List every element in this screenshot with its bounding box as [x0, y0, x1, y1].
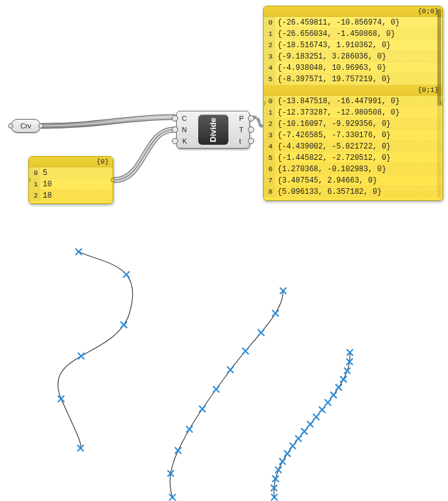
svg-line-65 [276, 467, 281, 473]
svg-line-3 [123, 272, 129, 278]
svg-line-60 [284, 451, 290, 456]
divide-component[interactable]: C N K Divide P T t [176, 111, 250, 149]
svg-line-40 [340, 376, 346, 382]
division-point [187, 427, 193, 432]
svg-line-39 [344, 368, 350, 374]
divide-inputs: C N K [177, 111, 189, 148]
crv-param-output-grip[interactable] [38, 123, 43, 128]
svg-line-62 [279, 459, 285, 464]
row-index: 3 [264, 130, 275, 140]
svg-line-18 [243, 348, 249, 354]
panel-points-row: 1{-12.373287, -12.980508, 0} [264, 107, 442, 118]
svg-line-59 [290, 443, 296, 449]
svg-line-29 [176, 448, 181, 453]
panel-points-path: {0;1} [264, 85, 442, 96]
svg-line-26 [187, 427, 193, 432]
panel-n-values[interactable]: {0} 05110218 [28, 156, 113, 204]
row-value: {5.096133, 6.357182, 0} [275, 186, 442, 197]
svg-line-52 [308, 421, 313, 427]
row-index: 2 [29, 190, 40, 201]
svg-line-8 [59, 396, 64, 402]
svg-line-16 [258, 330, 264, 335]
row-value: 10 [40, 179, 113, 189]
svg-line-68 [271, 485, 277, 491]
row-value: {-1.445822, -2.720512, 0} [275, 152, 442, 163]
panel-points-output[interactable]: {0;0}0{-26.459811, -10.856974, 0}1{-26.6… [263, 6, 443, 201]
panel-points-row: 6{1.270368, -0.102983, 0} [264, 164, 442, 175]
svg-line-14 [272, 310, 278, 316]
division-point [347, 350, 353, 356]
svg-line-12 [281, 288, 286, 294]
svg-line-7 [78, 353, 84, 359]
svg-line-69 [271, 485, 277, 491]
svg-line-37 [347, 359, 352, 364]
crv-param[interactable]: Crv [11, 119, 41, 133]
divide-input-n[interactable]: N [179, 125, 187, 135]
row-index: 5 [264, 74, 275, 84]
panel-points-row: 2{-10.16097, -9.929356, 0} [264, 118, 442, 130]
svg-line-31 [168, 471, 174, 476]
panel-n-row: 05 [29, 167, 113, 179]
division-point [325, 400, 331, 405]
svg-line-0 [76, 249, 82, 255]
svg-line-66 [272, 476, 278, 481]
svg-line-53 [308, 421, 313, 427]
panel-points-row: 1{-26.656034, -1.450868, 0} [264, 28, 442, 40]
row-value: {-26.656034, -1.450868, 0} [275, 28, 442, 39]
row-index: 8 [264, 186, 275, 197]
row-value: {-12.373287, -12.980508, 0} [275, 107, 442, 118]
row-value: {-4.938048, 10.96963, 0} [275, 62, 442, 73]
svg-line-25 [199, 406, 205, 412]
panel-points-row: 0{-13.847518, -16.447991, 0} [264, 96, 442, 107]
svg-line-35 [347, 350, 353, 356]
row-value: {1.270368, -0.102983, 0} [275, 164, 442, 174]
panel-points-row: 4{-4.938048, 10.96963, 0} [264, 62, 442, 74]
panel-n-path: {0} [29, 157, 113, 167]
division-points [59, 249, 353, 500]
panel-points-row: 8{5.096133, 6.357182, 0} [264, 186, 442, 198]
division-point [199, 406, 205, 412]
svg-line-23 [213, 386, 219, 392]
division-point [340, 376, 346, 382]
svg-line-58 [290, 443, 296, 449]
svg-line-44 [331, 392, 337, 398]
panel-n-output-grip[interactable] [111, 177, 113, 183]
divide-input-c[interactable]: C [179, 113, 187, 123]
svg-line-48 [319, 407, 325, 413]
divide-output-t-lower[interactable]: t [239, 136, 247, 146]
division-point [176, 448, 181, 453]
division-point [347, 359, 352, 364]
panel-points-row: 0{-26.459811, -10.856974, 0} [264, 17, 442, 28]
row-index: 0 [264, 96, 275, 106]
svg-line-46 [325, 400, 331, 405]
svg-line-45 [331, 392, 337, 398]
division-point [170, 495, 176, 500]
svg-line-11 [78, 446, 84, 451]
divide-name-badge: Divide [198, 115, 228, 145]
row-value: {-13.847518, -16.447991, 0} [275, 96, 442, 106]
panel-points-row: 2{-18.516743, 1.910362, 0} [264, 40, 442, 51]
svg-line-49 [319, 407, 325, 413]
svg-line-32 [170, 495, 176, 500]
row-index: 4 [264, 62, 275, 73]
svg-line-20 [228, 367, 233, 373]
crv-param-input-grip[interactable] [8, 123, 13, 128]
panel-points-scroll-thumb[interactable] [437, 9, 441, 106]
division-point [308, 421, 313, 427]
divide-input-k[interactable]: K [179, 136, 187, 146]
svg-line-27 [187, 427, 193, 432]
divide-output-p[interactable]: P [239, 113, 247, 123]
row-index: 2 [264, 118, 275, 129]
divide-output-t-upper[interactable]: T [239, 125, 247, 135]
row-value: {3.487545, 2.94663, 0} [275, 175, 442, 186]
svg-line-57 [296, 436, 301, 441]
svg-line-28 [176, 448, 181, 453]
division-point [336, 385, 342, 390]
division-point [78, 353, 84, 359]
svg-line-4 [121, 322, 126, 328]
row-value: 5 [40, 167, 113, 178]
division-point [301, 429, 307, 434]
svg-line-63 [279, 459, 285, 464]
svg-line-9 [59, 396, 64, 402]
svg-line-61 [284, 451, 290, 456]
